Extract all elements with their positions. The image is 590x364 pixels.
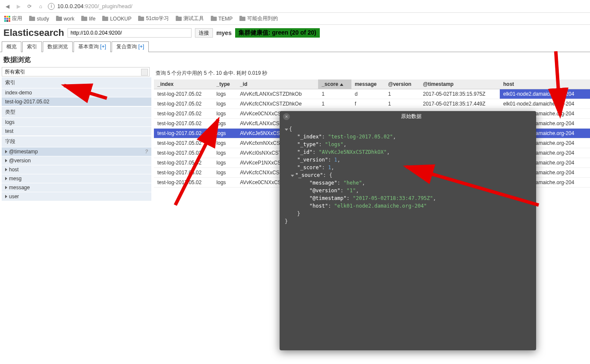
table-cell: 1 bbox=[385, 89, 420, 99]
popup-title: 原始数据 bbox=[401, 113, 422, 120]
bookmark-label: life bbox=[89, 16, 95, 22]
table-cell: 2017-05-02T18:35:17.449Z bbox=[419, 99, 500, 109]
table-row[interactable]: test-log-2017.05.02logsAVvKcfLANXxCSTZDh… bbox=[154, 89, 590, 99]
sidebar-field-item[interactable]: message bbox=[2, 183, 151, 192]
table-row[interactable]: test-log-2017.05.02logsAVvKcfcCNXxCSTZDh… bbox=[154, 99, 590, 109]
bookmark-folder[interactable]: LOOKUP bbox=[102, 15, 131, 22]
url-bar[interactable]: i 10.0.0.204:9200/_plugin/head/ bbox=[48, 3, 587, 10]
bookmark-folder[interactable]: life bbox=[81, 15, 95, 22]
sidebar-field-item[interactable]: @timestamp? bbox=[2, 147, 151, 156]
bookmark-folder[interactable]: 测试工具 bbox=[176, 15, 204, 22]
bookmark-label: 可能会用到的 bbox=[247, 15, 278, 22]
connect-button[interactable]: 连接 bbox=[195, 28, 213, 38]
column-header[interactable]: _index bbox=[154, 79, 213, 89]
back-button[interactable]: ◀ bbox=[3, 3, 11, 10]
sidebar-type-item[interactable]: test bbox=[2, 126, 151, 135]
svg-line-0 bbox=[64, 85, 107, 98]
folder-icon bbox=[211, 17, 217, 21]
reload-button[interactable]: ⟳ bbox=[26, 3, 33, 10]
apps-label: 应用 bbox=[12, 15, 22, 22]
bookmark-label: 51cto学习 bbox=[146, 15, 168, 22]
tab-0[interactable]: 概览 bbox=[2, 41, 21, 52]
column-header[interactable]: _id bbox=[236, 79, 318, 89]
apps-button[interactable]: 应用 bbox=[4, 15, 22, 22]
svg-line-2 bbox=[406, 167, 539, 201]
main-tabs: 概览索引数据浏览基本查询 [+]复合查询 [+] bbox=[0, 41, 590, 52]
cluster-url-input[interactable] bbox=[68, 28, 192, 38]
expand-icon bbox=[5, 150, 7, 153]
bookmark-folder[interactable]: study bbox=[29, 15, 49, 22]
table-cell: 1 bbox=[385, 99, 420, 109]
bookmarks-bar: 应用 studyworklifeLOOKUP51cto学习测试工具TEMP可能会… bbox=[0, 13, 590, 25]
column-header[interactable]: @timestamp bbox=[419, 79, 500, 89]
folder-icon bbox=[81, 17, 87, 21]
sidebar-field-item[interactable]: @version bbox=[2, 156, 151, 165]
table-cell: AVvKcfcCNXxCSTZDhkOe bbox=[236, 99, 318, 109]
table-cell: 2017-05-02T18:35:15.975Z bbox=[419, 89, 500, 99]
cluster-name: myes bbox=[216, 29, 232, 36]
sidebar-type-header: 类型 bbox=[2, 107, 151, 117]
sort-asc-icon bbox=[340, 83, 343, 86]
url-text: 10.0.0.204:9200/_plugin/head/ bbox=[57, 3, 133, 9]
tab-1[interactable]: 索引 bbox=[22, 41, 42, 52]
folder-icon bbox=[138, 17, 144, 21]
table-cell: test-log-2017.05.02 bbox=[154, 89, 213, 99]
column-header[interactable]: @version bbox=[385, 79, 420, 89]
svg-line-3 bbox=[556, 51, 560, 115]
query-info: 查询 5 个分片中用的 5 个. 10 命中. 耗时 0.019 秒 bbox=[154, 67, 590, 79]
tab-3[interactable]: 基本查询 [+] bbox=[74, 41, 111, 52]
folder-icon bbox=[29, 17, 35, 21]
health-badge: 集群健康值: green (20 of 20) bbox=[235, 28, 320, 38]
expand-icon bbox=[5, 177, 7, 180]
help-icon[interactable]: ? bbox=[145, 149, 148, 155]
info-icon[interactable]: i bbox=[48, 3, 55, 10]
table-cell: 1 bbox=[318, 99, 351, 109]
bookmark-label: TEMP bbox=[218, 16, 233, 22]
table-cell: test-log-2017.05.02 bbox=[154, 99, 213, 109]
folder-icon bbox=[56, 17, 62, 21]
bookmark-folder[interactable]: 可能会用到的 bbox=[239, 15, 278, 22]
column-header[interactable]: message bbox=[351, 79, 385, 89]
bookmark-label: work bbox=[64, 16, 74, 22]
folder-icon bbox=[176, 17, 182, 21]
app-title: Elasticsearch bbox=[3, 27, 64, 38]
expand-icon bbox=[5, 168, 7, 171]
table-cell: logs bbox=[213, 99, 236, 109]
sidebar-field-item[interactable]: host bbox=[2, 165, 151, 174]
table-cell: 1 bbox=[318, 89, 351, 99]
table-cell: f bbox=[351, 99, 385, 109]
expand-icon bbox=[5, 195, 7, 198]
column-header[interactable]: _type bbox=[213, 79, 236, 89]
sidebar-fields-header: 字段 bbox=[2, 136, 151, 147]
sidebar-field-item[interactable]: mesg bbox=[2, 174, 151, 183]
sidebar-field-item[interactable]: user bbox=[2, 192, 151, 201]
tab-2[interactable]: 数据浏览 bbox=[43, 41, 73, 52]
bookmark-label: 测试工具 bbox=[183, 15, 204, 22]
sidebar-type-item[interactable]: logs bbox=[2, 117, 151, 126]
bookmark-folder[interactable]: TEMP bbox=[211, 15, 233, 22]
table-header-row: _index_type_id_scoremessage@version@time… bbox=[154, 79, 590, 89]
home-button[interactable]: ⌂ bbox=[37, 3, 44, 10]
forward-button[interactable]: ▶ bbox=[15, 3, 22, 10]
bookmark-label: study bbox=[37, 16, 49, 22]
browser-nav-bar: ◀ ▶ ⟳ ⌂ i 10.0.0.204:9200/_plugin/head/ bbox=[0, 0, 590, 13]
page-title: 数据浏览 bbox=[0, 52, 590, 67]
es-header: Elasticsearch 连接 myes 集群健康值: green (20 o… bbox=[0, 25, 590, 41]
bookmark-folder[interactable]: 51cto学习 bbox=[138, 15, 168, 22]
bookmark-label: LOOKUP bbox=[110, 16, 131, 22]
folder-icon bbox=[102, 17, 108, 21]
table-cell: d bbox=[351, 89, 385, 99]
column-header[interactable]: _score bbox=[318, 79, 351, 89]
apps-icon bbox=[4, 16, 10, 22]
bookmark-folder[interactable]: work bbox=[56, 15, 74, 22]
table-cell: AVvKcfLANXxCSTZDhkOb bbox=[236, 89, 318, 99]
table-cell: logs bbox=[213, 89, 236, 99]
expand-icon bbox=[5, 186, 7, 189]
svg-line-1 bbox=[175, 120, 218, 201]
expand-icon bbox=[5, 159, 7, 162]
tab-4[interactable]: 复合查询 [+] bbox=[112, 41, 149, 52]
popup-close-button[interactable]: ✕ bbox=[283, 113, 290, 120]
folder-icon bbox=[239, 17, 245, 21]
index-select[interactable]: 所有索引 bbox=[2, 67, 150, 76]
